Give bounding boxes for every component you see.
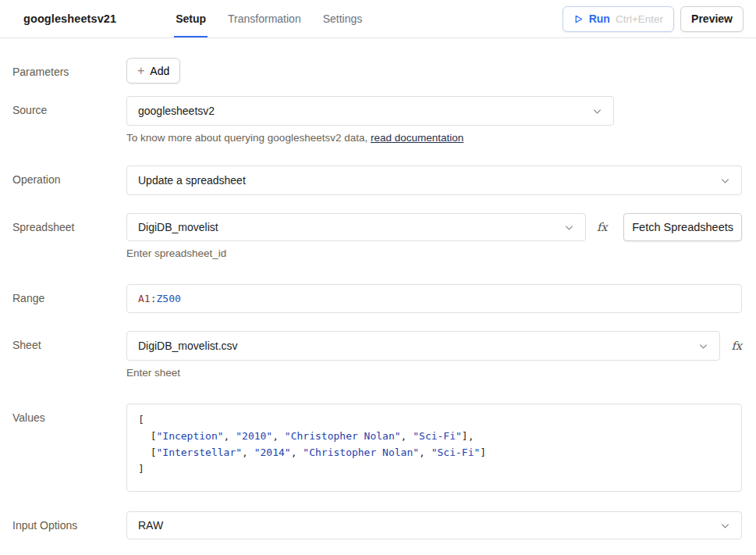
add-parameter-label: Add: [150, 65, 169, 77]
input-options-value: RAW: [138, 519, 163, 532]
plus-icon: +: [137, 64, 144, 78]
input-options-label: Input Options: [12, 511, 126, 539]
range-input[interactable]: A1:Z500: [126, 284, 742, 313]
query-editor: googlesheetsv21 Setup Transformation Set…: [0, 0, 756, 555]
spreadsheet-value: DigiDB_movelist: [138, 221, 218, 233]
chevron-down-icon: [563, 222, 575, 233]
header-actions: Run Ctrl+Enter Preview: [563, 6, 744, 32]
query-title: googlesheetsv21: [23, 12, 116, 25]
tab-settings[interactable]: Settings: [321, 0, 364, 37]
chevron-down-icon: [719, 520, 731, 532]
sheet-value: DigiDB_movelist.csv: [138, 340, 238, 352]
operation-select[interactable]: Update a spreadsheet: [126, 165, 742, 195]
tab-transformation[interactable]: Transformation: [226, 0, 303, 37]
input-options-select[interactable]: RAW: [126, 511, 742, 539]
values-editor[interactable]: [ ["Inception", "2010", "Christopher Nol…: [126, 404, 742, 492]
values-label: Values: [12, 404, 126, 492]
sheet-helper: Enter sheet: [126, 367, 742, 379]
range-label: Range: [12, 284, 126, 313]
code-line: ["Inception", "2010", "Christopher Nolan…: [138, 428, 730, 444]
range-separator: :: [151, 293, 157, 304]
fx-toggle-icon[interactable]: fx: [597, 221, 608, 233]
sheet-select[interactable]: DigiDB_movelist.csv: [126, 331, 720, 361]
operation-label: Operation: [12, 165, 126, 195]
spreadsheet-label: Spreadsheet: [12, 213, 126, 259]
play-icon: [573, 14, 584, 24]
chevron-down-icon: [591, 105, 603, 117]
code-line: [: [138, 411, 730, 428]
sheet-label: Sheet: [12, 331, 126, 379]
source-helper-text: To know more about querying googlesheets…: [126, 132, 371, 144]
source-helper: To know more about querying googlesheets…: [126, 132, 742, 144]
source-select[interactable]: googlesheetsv2: [126, 96, 614, 126]
run-shortcut: Ctrl+Enter: [616, 13, 663, 25]
setup-form: Parameters + Add Source googlesheetsv2: [0, 38, 756, 539]
read-documentation-link[interactable]: read documentation: [371, 132, 463, 144]
editor-tabs: Setup Transformation Settings: [174, 0, 364, 37]
add-parameter-button[interactable]: + Add: [126, 58, 180, 84]
spreadsheet-helper: Enter spreadsheet_id: [126, 247, 742, 259]
fetch-spreadsheets-button[interactable]: Fetch Spreadsheets: [623, 213, 742, 241]
range-end-cell: Z500: [156, 293, 180, 304]
chevron-down-icon: [719, 175, 731, 187]
fx-toggle-icon[interactable]: fx: [731, 340, 742, 352]
run-button[interactable]: Run Ctrl+Enter: [563, 6, 674, 32]
spreadsheet-select[interactable]: DigiDB_movelist: [126, 213, 586, 241]
header: googlesheetsv21 Setup Transformation Set…: [0, 0, 756, 38]
source-value: googlesheetsv2: [138, 105, 215, 117]
source-label: Source: [12, 96, 126, 144]
parameters-label: Parameters: [12, 58, 126, 84]
operation-value: Update a spreadsheet: [138, 174, 246, 187]
code-line: ["Interstellar", "2014", "Christopher No…: [138, 444, 730, 461]
run-label: Run: [589, 12, 610, 25]
tab-setup[interactable]: Setup: [174, 0, 208, 37]
code-line: ]: [138, 461, 730, 477]
range-start-cell: A1: [138, 293, 151, 304]
chevron-down-icon: [697, 340, 709, 352]
preview-button[interactable]: Preview: [680, 6, 744, 32]
